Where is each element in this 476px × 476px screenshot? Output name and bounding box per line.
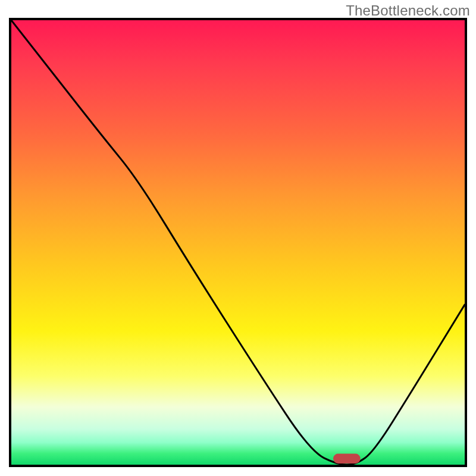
bottleneck-curve	[11, 20, 465, 465]
plot-area	[9, 18, 467, 467]
minimum-marker	[333, 454, 361, 464]
watermark-text: TheBottleneck.com	[346, 2, 470, 19]
chart-stage: TheBottleneck.com	[0, 0, 476, 476]
curve-svg	[11, 20, 465, 465]
